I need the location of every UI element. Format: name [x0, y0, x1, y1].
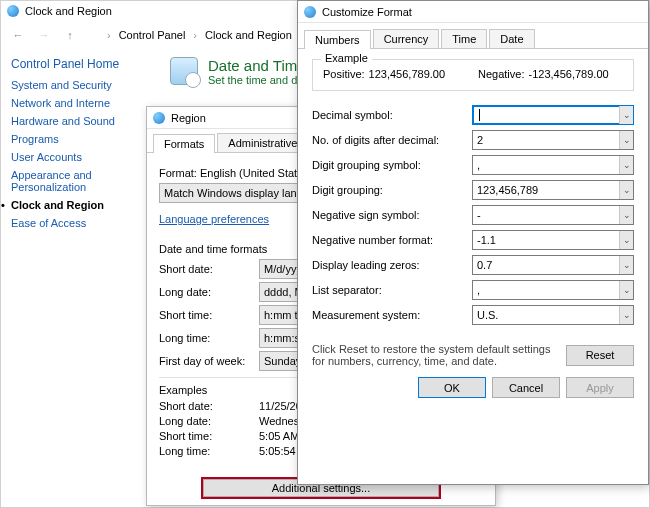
- digit-grouping-combo[interactable]: 123,456,789⌄: [472, 180, 634, 200]
- leading-zeros-label: Display leading zeros:: [312, 259, 472, 271]
- datetime-heading[interactable]: Date and Time: [208, 57, 306, 74]
- rg-title: Region: [171, 112, 206, 124]
- reset-button[interactable]: Reset: [566, 345, 634, 366]
- sidebar-item-system[interactable]: System and Security: [11, 79, 146, 91]
- measurement-system-combo[interactable]: U.S.⌄: [472, 305, 634, 325]
- chevron-down-icon: ⌄: [619, 256, 633, 274]
- globe-icon: [304, 6, 316, 18]
- datetime-subtext: Set the time and da: [208, 74, 306, 86]
- globe-icon: [7, 5, 19, 17]
- reset-description: Click Reset to restore the system defaul…: [312, 343, 554, 367]
- negative-format-combo[interactable]: -1.1⌄: [472, 230, 634, 250]
- datetime-icon: [170, 57, 198, 85]
- long-time-label: Long time:: [159, 332, 259, 344]
- sidebar-item-hardware[interactable]: Hardware and Sound: [11, 115, 146, 127]
- sidebar-item-clock-region[interactable]: Clock and Region: [11, 199, 146, 211]
- tab-currency[interactable]: Currency: [373, 29, 440, 48]
- negative-label: Negative:: [478, 68, 524, 80]
- ex-long-date-k: Long date:: [159, 415, 259, 427]
- sidebar-header[interactable]: Control Panel Home: [11, 57, 146, 71]
- first-day-label: First day of week:: [159, 355, 259, 367]
- globe-icon: [87, 29, 99, 41]
- sidebar-item-programs[interactable]: Programs: [11, 133, 146, 145]
- chevron-down-icon: ⌄: [619, 131, 633, 149]
- chevron-down-icon: ⌄: [619, 231, 633, 249]
- cf-title: Customize Format: [322, 6, 412, 18]
- ex-short-date-k: Short date:: [159, 400, 259, 412]
- ex-long-time-k: Long time:: [159, 445, 259, 457]
- list-separator-label: List separator:: [312, 284, 472, 296]
- measurement-system-label: Measurement system:: [312, 309, 472, 321]
- cr-sidebar: Control Panel Home System and Security N…: [1, 49, 156, 507]
- crumb-clock-region[interactable]: Clock and Region: [205, 29, 292, 41]
- list-separator-combo[interactable]: ,⌄: [472, 280, 634, 300]
- forward-icon: →: [35, 26, 53, 44]
- chevron-down-icon: ⌄: [619, 106, 633, 124]
- chevron-down-icon: ⌄: [619, 206, 633, 224]
- tab-administrative[interactable]: Administrative: [217, 133, 308, 152]
- short-date-label: Short date:: [159, 263, 259, 275]
- positive-value: 123,456,789.00: [369, 68, 445, 80]
- cf-example-legend: Example: [321, 52, 372, 64]
- chevron-right-icon: ›: [107, 29, 111, 41]
- chevron-down-icon: ⌄: [619, 156, 633, 174]
- long-date-label: Long date:: [159, 286, 259, 298]
- tab-formats[interactable]: Formats: [153, 134, 215, 153]
- sidebar-item-network[interactable]: Network and Interne: [11, 97, 146, 109]
- back-icon[interactable]: ←: [9, 26, 27, 44]
- digit-grouping-label: Digit grouping:: [312, 184, 472, 196]
- cf-example-group: Example Positive:123,456,789.00 Negative…: [312, 59, 634, 91]
- positive-label: Positive:: [323, 68, 365, 80]
- grouping-symbol-combo[interactable]: ,⌄: [472, 155, 634, 175]
- sidebar-item-ease[interactable]: Ease of Access: [11, 217, 146, 229]
- ex-short-time-k: Short time:: [159, 430, 259, 442]
- chevron-down-icon: ⌄: [619, 281, 633, 299]
- cf-tabs: Numbers Currency Time Date: [298, 23, 648, 49]
- tab-time[interactable]: Time: [441, 29, 487, 48]
- chevron-right-icon: ›: [193, 29, 197, 41]
- negative-sign-combo[interactable]: -⌄: [472, 205, 634, 225]
- cf-titlebar: Customize Format: [298, 1, 648, 23]
- short-time-label: Short time:: [159, 309, 259, 321]
- cancel-button[interactable]: Cancel: [492, 377, 560, 398]
- tab-date[interactable]: Date: [489, 29, 534, 48]
- language-preferences-link[interactable]: Language preferences: [159, 213, 269, 225]
- globe-icon: [153, 112, 165, 124]
- negative-sign-label: Negative sign symbol:: [312, 209, 472, 221]
- negative-value: -123,456,789.00: [528, 68, 608, 80]
- customize-format-dialog: Customize Format Numbers Currency Time D…: [297, 0, 649, 485]
- text-cursor: [479, 109, 480, 121]
- tab-numbers[interactable]: Numbers: [304, 30, 371, 49]
- up-icon[interactable]: ↑: [61, 26, 79, 44]
- chevron-down-icon: ⌄: [619, 306, 633, 324]
- cr-title: Clock and Region: [25, 5, 112, 17]
- apply-button[interactable]: Apply: [566, 377, 634, 398]
- chevron-down-icon: ⌄: [619, 181, 633, 199]
- crumb-control-panel[interactable]: Control Panel: [119, 29, 186, 41]
- leading-zeros-combo[interactable]: 0.7⌄: [472, 255, 634, 275]
- decimal-symbol-label: Decimal symbol:: [312, 109, 472, 121]
- grouping-symbol-label: Digit grouping symbol:: [312, 159, 472, 171]
- digits-after-combo[interactable]: 2⌄: [472, 130, 634, 150]
- ok-button[interactable]: OK: [418, 377, 486, 398]
- sidebar-item-users[interactable]: User Accounts: [11, 151, 146, 163]
- digits-after-label: No. of digits after decimal:: [312, 134, 472, 146]
- sidebar-item-appearance[interactable]: Appearance andPersonalization: [11, 169, 146, 193]
- decimal-symbol-combo[interactable]: ⌄: [472, 105, 634, 125]
- negative-format-label: Negative number format:: [312, 234, 472, 246]
